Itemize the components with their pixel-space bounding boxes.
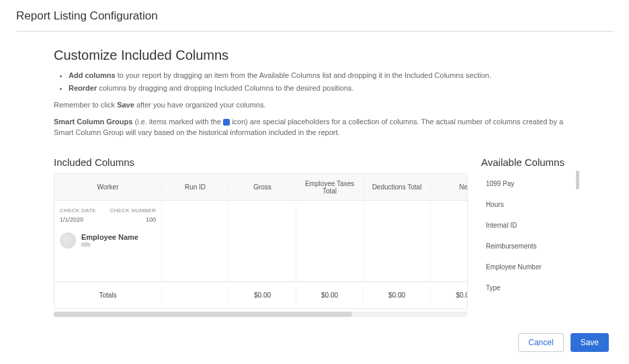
- horizontal-scrollbar[interactable]: [54, 312, 468, 317]
- available-item-hours[interactable]: Hours: [482, 194, 575, 215]
- reminder-prefix: Remember to click: [54, 101, 117, 109]
- reminder-text: Remember to click Save after you have or…: [54, 100, 575, 110]
- cell-deductions: [364, 201, 431, 281]
- section-heading: Customize Included Columns: [54, 48, 575, 63]
- instruction-add: Add columns to your report by dragging a…: [69, 70, 575, 81]
- instructions-list: Add columns to your report by dragging a…: [69, 70, 575, 93]
- totals-runid: [162, 291, 229, 300]
- available-columns-title: Available Columns: [481, 156, 575, 168]
- totals-row: Totals $0.00 $0.00 $0.00 $0.00: [54, 281, 468, 308]
- instruction-add-bold: Add columns: [69, 71, 116, 79]
- footer-buttons: Cancel Save: [518, 333, 609, 352]
- smart-group-text: Smart Column Groups (i.e. items marked w…: [54, 117, 575, 138]
- available-columns-list: 1099 Pay Hours Internal ID Reimbursement…: [481, 173, 575, 298]
- sample-data-cells: [162, 201, 468, 281]
- worker-sample-block: CHECK DATE CHECK NUMBER 1/1/2020 100: [54, 201, 162, 281]
- reminder-bold: Save: [117, 101, 134, 109]
- cell-net: [431, 201, 468, 281]
- reminder-suffix: after you have organized your columns.: [134, 101, 266, 109]
- cell-gross: [229, 201, 296, 281]
- check-date-value: 1/1/2020: [60, 216, 83, 223]
- instruction-reorder-bold: Reorder: [69, 84, 97, 92]
- check-date-header: CHECK DATE: [60, 208, 96, 214]
- instruction-add-text: to your report by dragging an item from …: [116, 71, 491, 79]
- horizontal-scroll-thumb[interactable]: [54, 312, 352, 317]
- page-title: Report Listing Configuration: [16, 9, 613, 32]
- cancel-button[interactable]: Cancel: [518, 333, 563, 352]
- totals-net: $0.00: [431, 287, 468, 303]
- available-item-internal-id[interactable]: Internal ID: [482, 215, 575, 236]
- totals-emp-taxes: $0.00: [296, 287, 364, 303]
- totals-label: Totals: [54, 287, 162, 303]
- col-header-gross[interactable]: Gross: [229, 179, 296, 195]
- col-header-worker[interactable]: Worker: [54, 179, 162, 195]
- vertical-scroll-thumb[interactable]: [576, 171, 579, 189]
- smart-prefix: Smart Column Groups: [54, 118, 132, 126]
- available-item-reimbursements[interactable]: Reimbursements: [482, 236, 575, 257]
- cell-runid: [162, 201, 229, 281]
- col-header-net[interactable]: Net: [431, 179, 468, 195]
- check-number-value: 100: [146, 216, 156, 223]
- save-button[interactable]: Save: [571, 333, 609, 352]
- employee-title: title: [81, 241, 138, 248]
- avatar: [60, 232, 76, 248]
- smart-group-icon: [223, 119, 230, 126]
- instruction-reorder-text: columns by dragging and dropping Include…: [97, 84, 353, 92]
- included-header-row: Worker Run ID Gross Employee Taxes Total…: [54, 174, 468, 201]
- instruction-reorder: Reorder columns by dragging and dropping…: [69, 83, 575, 94]
- check-number-header: CHECK NUMBER: [110, 208, 157, 214]
- cell-emp-taxes: [296, 201, 364, 281]
- col-header-runid[interactable]: Run ID: [162, 179, 229, 195]
- available-item-employee-number[interactable]: Employee Number: [482, 257, 575, 277]
- col-header-emp-taxes[interactable]: Employee Taxes Total: [296, 176, 364, 199]
- totals-deductions: $0.00: [364, 287, 431, 303]
- available-item-1099pay[interactable]: 1099 Pay: [482, 173, 575, 194]
- smart-mid1: (i.e. items marked with the: [132, 118, 223, 126]
- available-item-type[interactable]: Type: [482, 277, 575, 298]
- totals-gross: $0.00: [229, 287, 296, 303]
- employee-name: Employee Name: [81, 233, 138, 241]
- included-columns-title: Included Columns: [54, 156, 468, 168]
- col-header-deductions[interactable]: Deductions Total: [364, 179, 431, 195]
- included-columns-preview[interactable]: Worker Run ID Gross Employee Taxes Total…: [54, 173, 468, 309]
